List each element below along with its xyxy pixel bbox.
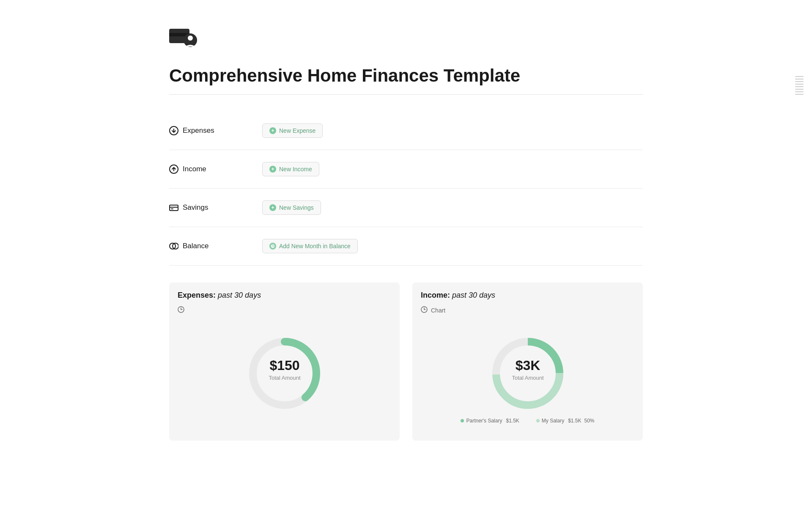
svg-rect-6	[170, 205, 178, 211]
scrollbar-line	[795, 81, 804, 82]
new-income-label: New Income	[279, 166, 312, 173]
income-chart-card: Income: past 30 days Chart	[412, 282, 643, 441]
savings-section-label: Savings	[183, 203, 208, 212]
income-label: Income	[169, 164, 262, 174]
new-savings-label: New Savings	[279, 204, 314, 211]
savings-label: Savings	[169, 203, 262, 212]
plus-icon: +	[269, 127, 276, 134]
scrollbar-line	[795, 94, 804, 95]
clock-plus-icon	[269, 243, 276, 249]
plus-icon-income: +	[269, 166, 276, 173]
svg-text:Total Amount: Total Amount	[269, 375, 301, 381]
expenses-section: Expenses + New Expense	[169, 112, 643, 150]
svg-point-3	[188, 36, 193, 41]
balance-section-label: Balance	[183, 242, 208, 250]
new-income-button[interactable]: + New Income	[262, 162, 319, 176]
expenses-chart-card: Expenses: past 30 days	[169, 282, 400, 441]
scrollbar-line	[795, 89, 804, 90]
income-donut-container: $3K Total Amount Partner's Salary $1.5K …	[421, 323, 634, 432]
page-title: Comprehensive Home Finances Template	[169, 66, 643, 95]
plus-icon-savings: +	[269, 204, 276, 211]
income-legend: Partner's Salary $1.5K My Salary $1.5K 5…	[461, 418, 594, 424]
new-savings-button[interactable]: + New Savings	[262, 200, 321, 215]
legend-partners-salary: Partner's Salary $1.5K	[461, 418, 519, 424]
balance-coin-icon	[169, 241, 178, 251]
chart-label: Chart	[431, 307, 445, 314]
add-new-month-balance-label: Add New Month in Balance	[279, 243, 351, 249]
clock-icon-expenses	[178, 306, 184, 314]
logo-area	[169, 25, 643, 49]
expenses-label: Expenses	[169, 126, 262, 135]
new-expense-label: New Expense	[279, 127, 315, 134]
legend-dot-me	[536, 419, 540, 422]
charts-section: Expenses: past 30 days	[169, 282, 643, 441]
clock-icon-income	[421, 306, 428, 314]
expenses-chart-title: Expenses: past 30 days	[178, 291, 391, 300]
income-section-label: Income	[183, 165, 206, 173]
legend-dot-partner	[461, 419, 464, 422]
arrow-down-circle-icon	[169, 126, 178, 135]
savings-card-icon	[169, 203, 178, 212]
balance-section: Balance Add New Month in Balance	[169, 227, 643, 266]
logo-icon	[169, 25, 199, 49]
income-section: Income + New Income	[169, 150, 643, 189]
expenses-donut-container: $150 Total Amount	[178, 323, 391, 424]
income-chart-meta: Chart	[421, 306, 634, 314]
svg-text:$150: $150	[269, 358, 299, 373]
expenses-chart-meta	[178, 306, 391, 314]
income-chart-title: Income: past 30 days	[421, 291, 634, 300]
income-donut-chart: $3K Total Amount	[469, 331, 587, 416]
expenses-donut-chart: $150 Total Amount	[242, 331, 327, 416]
scrollbar-line	[795, 79, 804, 79]
savings-section: Savings + New Savings	[169, 189, 643, 227]
expenses-section-label: Expenses	[183, 126, 214, 135]
svg-text:Total Amount: Total Amount	[512, 375, 544, 381]
scrollbar-line	[795, 86, 804, 87]
add-new-month-balance-button[interactable]: Add New Month in Balance	[262, 239, 358, 253]
scrollbar-line	[795, 76, 804, 77]
svg-rect-8	[171, 208, 173, 209]
scrollbar-line	[795, 84, 804, 85]
arrow-up-circle-icon	[169, 164, 178, 174]
balance-label: Balance	[169, 241, 262, 251]
legend-my-salary: My Salary $1.5K 50%	[536, 418, 595, 424]
scrollbar	[795, 76, 804, 95]
new-expense-button[interactable]: + New Expense	[262, 123, 323, 138]
svg-text:$3K: $3K	[515, 358, 540, 373]
scrollbar-line	[795, 91, 804, 92]
